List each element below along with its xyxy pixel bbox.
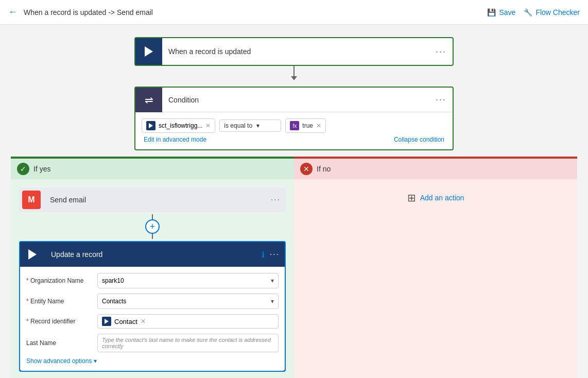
send-email-label: Send email <box>44 196 266 204</box>
update-play-icon <box>28 249 37 260</box>
send-email-menu[interactable]: ··· <box>266 195 286 204</box>
last-name-placeholder: Type the contact's last name to make sur… <box>102 337 274 349</box>
contact-mini-triangle <box>105 319 109 324</box>
record-id-label: * Record identifier <box>26 318 93 325</box>
last-name-label: Last Name <box>26 339 93 347</box>
update-record-header: Update a record ℹ ··· <box>20 242 285 267</box>
check-circle-icon: ✓ <box>17 163 29 175</box>
value-remove-button[interactable]: ✕ <box>316 122 321 129</box>
trigger-label: When a record is updated <box>162 47 429 56</box>
branch-yes-header: ✓ If yes <box>11 159 294 179</box>
condition-links: Edit in advanced mode Collapse condition <box>142 133 446 143</box>
edit-advanced-link[interactable]: Edit in advanced mode <box>144 136 206 143</box>
canvas: When a record is updated ··· ⇌ Condition… <box>0 25 588 378</box>
org-name-value: spark10 <box>102 277 124 284</box>
x-circle-icon: ✕ <box>300 163 313 175</box>
save-button[interactable]: 💾 Save <box>487 8 515 16</box>
record-id-row: * Record identifier Contact ✕ <box>26 314 279 329</box>
connector-line <box>152 214 153 219</box>
update-record-body: * Organization Name spark10 ▾ * Entity N… <box>20 267 285 371</box>
contact-mini-icon <box>102 317 111 326</box>
update-record-block: Update a record ℹ ··· * Organization Nam… <box>19 241 286 372</box>
split-icon: ⇌ <box>145 94 153 106</box>
fx-icon: fx <box>290 121 299 130</box>
entity-name-row: * Entity Name Contacts ▾ <box>26 294 279 309</box>
update-record-icon <box>20 242 45 267</box>
flow-checker-button[interactable]: 🔧 Flow Checker <box>524 8 580 16</box>
branches-container: ✓ If yes M Send email ··· + <box>11 157 577 378</box>
update-record-label: Update a record <box>45 250 262 259</box>
play-triangle-icon <box>145 46 153 57</box>
pill-remove-button[interactable]: ✕ <box>205 122 211 129</box>
org-name-label: * Organization Name <box>26 277 93 284</box>
send-email-block: M Send email ··· <box>19 187 286 212</box>
condition-row: sct_isflowtrigg... ✕ is equal to ▾ fx tr… <box>142 118 446 133</box>
add-action-plus-button[interactable]: + <box>145 219 160 234</box>
connector-line-bottom <box>152 234 153 239</box>
operator-chevron-icon: ▾ <box>256 122 260 129</box>
entity-name-chevron-icon: ▾ <box>271 298 274 305</box>
update-record-menu[interactable]: ··· <box>265 250 285 259</box>
arrow-line <box>293 66 295 76</box>
operator-label: is equal to <box>224 122 252 129</box>
pill-label: sct_isflowtrigg... <box>159 122 202 129</box>
pill-mini-play-icon <box>146 121 155 130</box>
add-action-label: Add an action <box>420 194 464 202</box>
record-id-value: Contact <box>114 318 137 325</box>
record-id-input[interactable]: Contact ✕ <box>97 314 279 329</box>
gmail-m-icon: M <box>22 191 41 209</box>
org-name-input[interactable]: spark10 ▾ <box>97 273 279 288</box>
add-action-connector: + <box>11 214 294 239</box>
show-advanced-label: Show advanced options <box>26 357 92 365</box>
last-name-row: Last Name Type the contact's last name t… <box>26 334 279 352</box>
entity-name-label: * Entity Name <box>26 298 93 305</box>
branch-no-header: ✕ If no <box>294 159 577 179</box>
add-action-icon: ⊞ <box>407 192 416 204</box>
save-icon: 💾 <box>487 8 496 16</box>
condition-body: sct_isflowtrigg... ✕ is equal to ▾ fx tr… <box>135 112 453 149</box>
flow-checker-label: Flow Checker <box>535 8 580 16</box>
save-label: Save <box>499 8 515 16</box>
trigger-menu[interactable]: ··· <box>429 46 453 57</box>
value-pill[interactable]: fx true ✕ <box>285 118 326 133</box>
add-action-button[interactable]: ⊞ Add an action <box>294 179 577 216</box>
back-arrow: ← <box>8 7 18 18</box>
condition-block: ⇌ Condition ··· sct_isflowtrigg... ✕ is … <box>134 87 454 150</box>
show-advanced-options[interactable]: Show advanced options ▾ <box>26 357 279 365</box>
org-name-row: * Organization Name spark10 ▾ <box>26 273 279 288</box>
value-text: true <box>302 122 313 129</box>
gmail-icon: M <box>19 187 44 212</box>
topbar-title: When a record is updated -> Send email <box>24 8 481 16</box>
branch-yes: ✓ If yes M Send email ··· + <box>11 157 294 378</box>
entity-name-input[interactable]: Contacts ▾ <box>97 294 279 309</box>
condition-label: Condition <box>162 96 429 104</box>
topbar-actions: 💾 Save 🔧 Flow Checker <box>487 8 580 16</box>
condition-icon: ⇌ <box>135 88 162 112</box>
arrow-connector <box>291 66 297 80</box>
entity-name-value: Contacts <box>102 298 126 305</box>
trigger-block: When a record is updated ··· <box>134 37 454 66</box>
trigger-icon <box>135 38 162 65</box>
branch-yes-label: If yes <box>33 165 50 173</box>
branch-no-label: If no <box>317 165 331 173</box>
org-name-chevron-icon: ▾ <box>271 277 274 284</box>
collapse-condition-link[interactable]: Collapse condition <box>394 136 444 143</box>
condition-header: ⇌ Condition ··· <box>135 88 453 112</box>
arrow-head-icon <box>291 76 297 80</box>
pill-mini-triangle <box>149 123 153 128</box>
condition-menu[interactable]: ··· <box>429 94 453 105</box>
chevron-down-icon: ▾ <box>94 357 97 365</box>
branch-no: ✕ If no ⊞ Add an action <box>294 157 577 378</box>
back-button[interactable]: ← <box>8 7 18 18</box>
operator-select[interactable]: is equal to ▾ <box>219 119 281 132</box>
last-name-input[interactable]: Type the contact's last name to make sur… <box>97 334 279 352</box>
condition-left-pill[interactable]: sct_isflowtrigg... ✕ <box>142 118 215 133</box>
topbar: ← When a record is updated -> Send email… <box>0 0 588 25</box>
flow-checker-icon: 🔧 <box>524 8 532 16</box>
record-id-remove-button[interactable]: ✕ <box>141 318 146 325</box>
